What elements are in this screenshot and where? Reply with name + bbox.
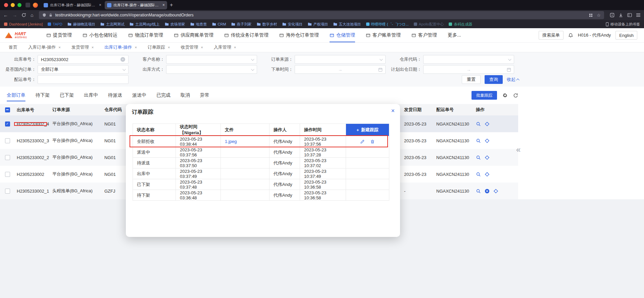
view-detail-icon[interactable] — [476, 138, 481, 143]
row-checkbox[interactable] — [5, 155, 10, 160]
bookmark-item[interactable]: 安化项目 — [282, 22, 303, 27]
nav-menu-item[interactable]: 提货管理 — [41, 28, 77, 42]
delivery-no-input[interactable] — [38, 75, 129, 84]
nav-menu-item[interactable]: 更多... — [442, 28, 466, 42]
edit-icon[interactable] — [360, 139, 365, 144]
status-tab[interactable]: 取消 — [181, 87, 190, 104]
collapse-filters-link[interactable]: 收起 — [507, 77, 519, 83]
bookmark-item[interactable]: 哔哩哔哩 (゜-゜)つロ... — [366, 22, 409, 27]
extensions-icon[interactable] — [610, 13, 614, 17]
bookmark-star-icon[interactable]: ☆ — [597, 13, 601, 18]
drawer-collapse-handle[interactable]: « — [516, 145, 521, 154]
outbound-method-select[interactable] — [166, 65, 257, 74]
view-detail-icon[interactable] — [476, 172, 481, 177]
bookmark-item[interactable]: 数字乡村 — [257, 22, 277, 27]
qr-grid-icon[interactable] — [589, 13, 593, 17]
bookmark-item[interactable]: CRM — [212, 22, 226, 26]
window-maximize-button[interactable] — [17, 3, 21, 7]
select-all-checkbox[interactable] — [5, 107, 10, 112]
downloads-icon[interactable] — [618, 13, 623, 17]
nav-menu-item[interactable]: 供应商账单管理 — [168, 28, 219, 42]
bookmark-item[interactable]: Apollo配置中心 — [414, 22, 444, 27]
new-track-button[interactable]: + 新建跟踪 — [346, 124, 389, 136]
view-detail-icon[interactable] — [476, 155, 481, 160]
nav-menu-item[interactable]: 客户管理 — [406, 28, 442, 42]
workspace-tab[interactable]: 入库管理 × — [208, 42, 241, 52]
track-order-icon[interactable] — [485, 138, 490, 143]
tab-close-icon[interactable]: × — [99, 3, 101, 7]
refresh-icon[interactable] — [513, 93, 518, 98]
sidebar-icon[interactable] — [627, 13, 632, 17]
bookmark-item[interactable]: 产权项目 — [308, 22, 328, 27]
tab-close-icon[interactable]: × — [92, 45, 94, 49]
url-bar[interactable]: testtrunkbookingmgr.hart-worldwide.com/#… — [39, 11, 604, 19]
bookmark-item[interactable]: 赫德物流项目 — [67, 22, 95, 27]
row-checkbox[interactable] — [5, 189, 10, 194]
bookmark-item[interactable]: 地查查 — [190, 22, 207, 27]
order-source-select[interactable] — [295, 55, 386, 64]
tab-close-icon[interactable]: × — [201, 45, 203, 49]
view-detail-icon[interactable] — [476, 189, 481, 194]
workspace-tab[interactable]: 入库订单-操作 × — [23, 42, 66, 52]
modal-close-icon[interactable]: × — [391, 107, 395, 114]
outbound-no-input[interactable]: H2305233002 × — [38, 55, 129, 64]
bookmark-item[interactable]: TAPD — [48, 22, 62, 26]
row-checkbox[interactable] — [5, 121, 10, 127]
bookmark-item[interactable]: 农场管家 — [165, 22, 185, 27]
workspace-tab[interactable]: 收货管理 × — [175, 42, 208, 52]
status-tab[interactable]: 出库中 — [84, 87, 98, 104]
window-minimize-button[interactable] — [11, 3, 15, 7]
status-tab[interactable]: 已下架 — [60, 87, 74, 104]
current-user[interactable]: H016 - 代伟Andy — [578, 32, 611, 38]
clear-input-icon[interactable]: × — [120, 57, 125, 62]
home-icon[interactable]: ⌂ — [31, 13, 33, 17]
bookmark-item[interactable]: 条码生成器 — [449, 22, 472, 27]
search-menu-button[interactable]: 搜索菜单 — [539, 31, 563, 40]
status-tab[interactable]: 待派送 — [108, 87, 122, 104]
status-tab[interactable]: 已完成 — [156, 87, 170, 104]
mobile-bookmarks[interactable]: 移动设备上的书签 — [606, 22, 640, 27]
firefox-view-icon[interactable] — [26, 3, 30, 7]
shield-icon[interactable] — [42, 13, 46, 17]
tab-close-icon[interactable]: × — [58, 45, 60, 49]
nav-menu-item[interactable]: 传统业务订单管理 — [219, 28, 274, 42]
tab-close-icon[interactable]: × — [162, 3, 165, 7]
track-order-icon[interactable] — [485, 121, 490, 127]
bookmark-item[interactable]: 燕子到家 — [231, 22, 252, 27]
pinned-tab-favicon[interactable] — [33, 3, 38, 8]
workspace-tab[interactable]: 发货管理 × — [66, 42, 99, 52]
planned-date-range-picker[interactable]: → — [423, 65, 514, 74]
warehouse-code-select[interactable] — [423, 55, 514, 64]
notification-bell-icon[interactable] — [568, 33, 573, 38]
reload-icon[interactable] — [21, 13, 26, 17]
bookmark-item[interactable]: 土流网stg/线上 — [130, 22, 160, 27]
tab-close-icon[interactable]: × — [135, 45, 137, 49]
nav-menu-item[interactable]: 小包仓储转运 — [77, 28, 123, 42]
forward-icon[interactable]: → — [12, 13, 17, 17]
window-close-button[interactable] — [4, 3, 8, 7]
nav-menu-item[interactable]: 物流订单管理 — [123, 28, 168, 42]
domestic-select[interactable]: 全部订单 — [38, 65, 129, 74]
browser-tab[interactable]: 出库订单-操作 - 赫德国际物流管... × — [41, 1, 104, 9]
tab-close-icon[interactable]: × — [234, 45, 236, 49]
view-detail-icon[interactable] — [476, 121, 481, 127]
nav-menu-item[interactable]: 海外仓订单管理 — [274, 28, 324, 42]
track-order-icon[interactable] — [493, 189, 498, 194]
delete-icon[interactable] — [370, 139, 375, 144]
reset-button[interactable]: 重置 — [462, 75, 481, 84]
hart-logo[interactable]: HART 赫德国际物流 — [5, 32, 27, 39]
tab-close-icon[interactable]: × — [168, 45, 170, 49]
lock-icon[interactable] — [49, 13, 52, 17]
bookmark-item[interactable]: 土流网测试 — [100, 22, 125, 27]
new-tab-button[interactable]: + — [170, 2, 173, 8]
customer-select[interactable] — [166, 55, 257, 64]
menu-hamburger-icon[interactable] — [636, 13, 641, 17]
row-checkbox[interactable] — [5, 172, 10, 177]
order-time-range-picker[interactable]: → — [295, 65, 386, 74]
status-tab[interactable]: 异常 — [200, 87, 209, 104]
file-link[interactable]: 1.jpeg — [225, 139, 237, 144]
nav-menu-item[interactable]: 客户账单管理 — [360, 28, 406, 42]
track-order-icon[interactable] — [485, 155, 490, 160]
status-tab[interactable]: 全部订单 — [7, 87, 26, 104]
search-button[interactable]: 查询 — [485, 75, 503, 84]
